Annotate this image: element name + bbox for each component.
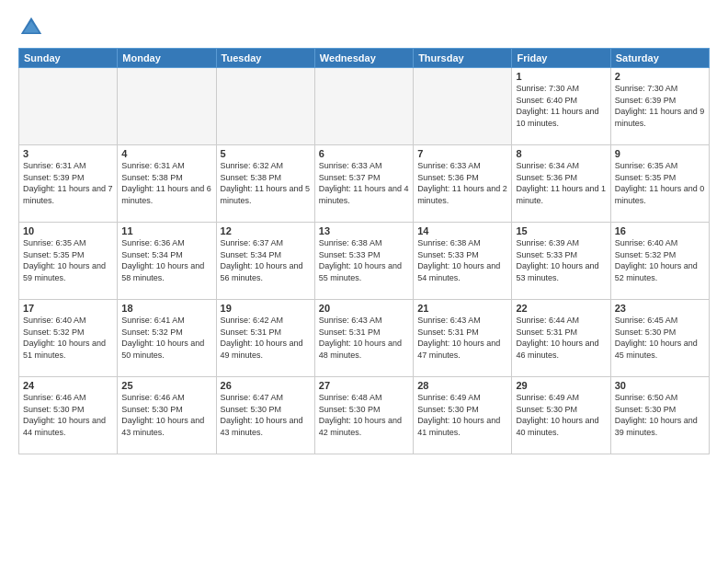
day-info: Sunrise: 6:31 AMSunset: 5:38 PMDaylight:… [121,160,211,206]
calendar-header-row: SundayMondayTuesdayWednesdayThursdayFrid… [19,49,710,68]
day-info: Sunrise: 6:40 AMSunset: 5:32 PMDaylight:… [23,315,113,361]
day-info: Sunrise: 7:30 AMSunset: 6:39 PMDaylight:… [615,83,705,129]
page: SundayMondayTuesdayWednesdayThursdayFrid… [0,0,728,563]
calendar-cell: 23Sunrise: 6:45 AMSunset: 5:30 PMDayligh… [610,300,709,377]
calendar-cell [216,68,314,145]
day-info: Sunrise: 6:44 AMSunset: 5:31 PMDaylight:… [516,315,606,361]
day-info: Sunrise: 6:49 AMSunset: 5:30 PMDaylight:… [516,392,606,438]
day-number: 9 [615,148,705,159]
calendar-cell [19,68,118,145]
calendar-cell [118,68,216,145]
day-number: 16 [615,225,705,236]
day-number: 27 [319,380,409,391]
calendar-cell: 11Sunrise: 6:36 AMSunset: 5:34 PMDayligh… [118,223,216,300]
day-number: 18 [121,303,211,314]
day-info: Sunrise: 6:33 AMSunset: 5:37 PMDaylight:… [319,160,409,206]
calendar-cell: 17Sunrise: 6:40 AMSunset: 5:32 PMDayligh… [19,300,118,377]
calendar-cell: 27Sunrise: 6:48 AMSunset: 5:30 PMDayligh… [314,377,413,454]
day-number: 11 [121,225,211,236]
calendar-cell: 30Sunrise: 6:50 AMSunset: 5:30 PMDayligh… [610,377,709,454]
day-info: Sunrise: 6:46 AMSunset: 5:30 PMDaylight:… [23,392,113,438]
day-number: 29 [516,380,606,391]
day-number: 13 [319,225,409,236]
day-number: 20 [319,303,409,314]
day-number: 14 [417,225,507,236]
day-number: 26 [221,380,311,391]
day-number: 17 [23,303,113,314]
day-info: Sunrise: 6:35 AMSunset: 5:35 PMDaylight:… [23,237,113,283]
day-info: Sunrise: 6:38 AMSunset: 5:33 PMDaylight:… [319,237,409,283]
day-info: Sunrise: 6:47 AMSunset: 5:30 PMDaylight:… [221,392,311,438]
day-number: 12 [221,225,311,236]
day-info: Sunrise: 6:33 AMSunset: 5:36 PMDaylight:… [417,160,507,206]
day-number: 7 [417,148,507,159]
calendar-cell: 16Sunrise: 6:40 AMSunset: 5:32 PMDayligh… [610,223,709,300]
calendar-cell [414,68,512,145]
day-number: 24 [23,380,113,391]
day-number: 28 [417,380,507,391]
calendar-cell: 19Sunrise: 6:42 AMSunset: 5:31 PMDayligh… [216,300,314,377]
calendar-cell [314,68,413,145]
day-number: 4 [121,148,211,159]
calendar-cell: 3Sunrise: 6:31 AMSunset: 5:39 PMDaylight… [19,145,118,223]
day-info: Sunrise: 7:30 AMSunset: 6:40 PMDaylight:… [516,83,606,129]
day-info: Sunrise: 6:36 AMSunset: 5:34 PMDaylight:… [121,237,211,283]
day-info: Sunrise: 6:43 AMSunset: 5:31 PMDaylight:… [417,315,507,361]
calendar-day-header: Thursday [414,49,512,68]
calendar-cell: 10Sunrise: 6:35 AMSunset: 5:35 PMDayligh… [19,223,118,300]
day-number: 10 [23,225,113,236]
calendar-cell: 22Sunrise: 6:44 AMSunset: 5:31 PMDayligh… [512,300,610,377]
calendar-cell: 4Sunrise: 6:31 AMSunset: 5:38 PMDaylight… [118,145,216,223]
calendar-week-row: 24Sunrise: 6:46 AMSunset: 5:30 PMDayligh… [19,377,710,454]
day-info: Sunrise: 6:40 AMSunset: 5:32 PMDaylight:… [615,237,705,283]
calendar-cell: 7Sunrise: 6:33 AMSunset: 5:36 PMDaylight… [414,145,512,223]
day-info: Sunrise: 6:45 AMSunset: 5:30 PMDaylight:… [615,315,705,361]
day-number: 2 [615,71,705,82]
day-info: Sunrise: 6:50 AMSunset: 5:30 PMDaylight:… [615,392,705,438]
day-number: 23 [615,303,705,314]
day-info: Sunrise: 6:48 AMSunset: 5:30 PMDaylight:… [319,392,409,438]
day-info: Sunrise: 6:42 AMSunset: 5:31 PMDaylight:… [221,315,311,361]
day-number: 21 [417,303,507,314]
calendar-day-header: Wednesday [314,49,413,68]
calendar-cell: 12Sunrise: 6:37 AMSunset: 5:34 PMDayligh… [216,223,314,300]
calendar-week-row: 1Sunrise: 7:30 AMSunset: 6:40 PMDaylight… [19,68,710,145]
day-number: 3 [23,148,113,159]
day-info: Sunrise: 6:46 AMSunset: 5:30 PMDaylight:… [121,392,211,438]
calendar-cell: 25Sunrise: 6:46 AMSunset: 5:30 PMDayligh… [118,377,216,454]
calendar-cell: 14Sunrise: 6:38 AMSunset: 5:33 PMDayligh… [414,223,512,300]
calendar-week-row: 3Sunrise: 6:31 AMSunset: 5:39 PMDaylight… [19,145,710,223]
day-number: 5 [221,148,311,159]
day-info: Sunrise: 6:38 AMSunset: 5:33 PMDaylight:… [417,237,507,283]
day-info: Sunrise: 6:34 AMSunset: 5:36 PMDaylight:… [516,160,606,206]
day-number: 6 [319,148,409,159]
day-number: 22 [516,303,606,314]
day-number: 15 [516,225,606,236]
calendar-day-header: Monday [118,49,216,68]
calendar-week-row: 10Sunrise: 6:35 AMSunset: 5:35 PMDayligh… [19,223,710,300]
day-number: 19 [221,303,311,314]
calendar-cell: 29Sunrise: 6:49 AMSunset: 5:30 PMDayligh… [512,377,610,454]
day-info: Sunrise: 6:43 AMSunset: 5:31 PMDaylight:… [319,315,409,361]
calendar-cell: 13Sunrise: 6:38 AMSunset: 5:33 PMDayligh… [314,223,413,300]
calendar-day-header: Saturday [610,49,709,68]
calendar-cell: 5Sunrise: 6:32 AMSunset: 5:38 PMDaylight… [216,145,314,223]
calendar-cell: 9Sunrise: 6:35 AMSunset: 5:35 PMDaylight… [610,145,709,223]
day-number: 8 [516,148,606,159]
calendar-table: SundayMondayTuesdayWednesdayThursdayFrid… [18,48,710,454]
day-info: Sunrise: 6:37 AMSunset: 5:34 PMDaylight:… [221,237,311,283]
calendar-cell: 2Sunrise: 7:30 AMSunset: 6:39 PMDaylight… [610,68,709,145]
calendar-day-header: Friday [512,49,610,68]
day-info: Sunrise: 6:49 AMSunset: 5:30 PMDaylight:… [417,392,507,438]
calendar-cell: 18Sunrise: 6:41 AMSunset: 5:32 PMDayligh… [118,300,216,377]
calendar-day-header: Tuesday [216,49,314,68]
day-info: Sunrise: 6:39 AMSunset: 5:33 PMDaylight:… [516,237,606,283]
logo [18,15,48,40]
header [18,15,710,40]
calendar-cell: 20Sunrise: 6:43 AMSunset: 5:31 PMDayligh… [314,300,413,377]
day-info: Sunrise: 6:41 AMSunset: 5:32 PMDaylight:… [121,315,211,361]
logo-icon [18,15,44,40]
calendar-cell: 26Sunrise: 6:47 AMSunset: 5:30 PMDayligh… [216,377,314,454]
day-number: 1 [516,71,606,82]
day-info: Sunrise: 6:35 AMSunset: 5:35 PMDaylight:… [615,160,705,206]
